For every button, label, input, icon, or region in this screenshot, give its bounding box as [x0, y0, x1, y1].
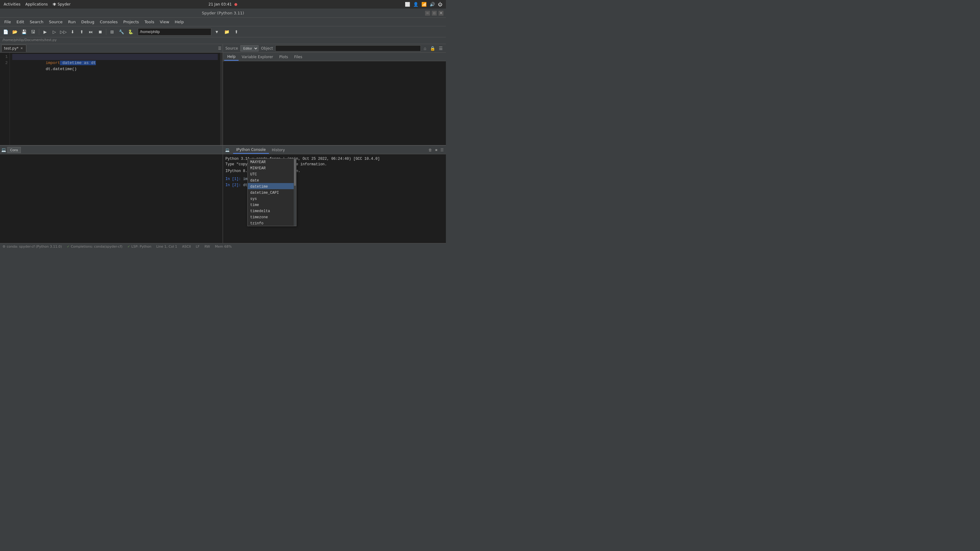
- parent-dir-button[interactable]: ⬆: [232, 27, 241, 36]
- bottom-left-panel: 💻 Cons: [0, 146, 223, 243]
- menu-projects[interactable]: Projects: [121, 19, 141, 25]
- tab-menu-button[interactable]: ☰: [218, 46, 221, 51]
- status-memory: Mem 68%: [215, 245, 232, 249]
- autocomplete-item-timezone[interactable]: timezone: [248, 214, 296, 220]
- tab-history[interactable]: History: [269, 146, 288, 154]
- editor-tab-testpy[interactable]: test.py* ✕: [1, 45, 26, 52]
- preferences-button[interactable]: 🔧: [117, 27, 126, 36]
- menu-run[interactable]: Run: [65, 19, 78, 25]
- object-input[interactable]: [275, 45, 420, 51]
- lock-icon[interactable]: 🔒: [430, 46, 436, 51]
- power-icon[interactable]: ⏻: [438, 2, 442, 7]
- status-position: Line 1, Col 1: [156, 245, 177, 249]
- restore-button[interactable]: □: [432, 11, 437, 16]
- autocomplete-item-tzinfo[interactable]: tzinfo: [248, 220, 296, 226]
- completions-check-icon: ✓: [67, 245, 70, 249]
- system-bar-center: 21 Jan 03:41 ●: [208, 2, 237, 6]
- save-file-button[interactable]: 💾: [20, 27, 28, 36]
- console-panel-tabs: 💻 IPython Console History 🗑 ■ ☰: [223, 146, 446, 154]
- minimize-button[interactable]: ─: [425, 11, 430, 16]
- autocomplete-item-time[interactable]: time: [248, 202, 296, 208]
- editor-area: test.py* ✕ ☰ 1 2 import datetime as dt: [0, 44, 446, 145]
- code-editor[interactable]: 1 2 import datetime as dt dt.datetime(): [0, 52, 223, 145]
- system-bar: Activities Applications 🕷 Spyder 21 Jan …: [0, 0, 446, 9]
- open-file-button[interactable]: 📂: [10, 27, 19, 36]
- autocomplete-item-UTC[interactable]: UTC: [248, 171, 296, 177]
- interrupt-button[interactable]: ■: [434, 148, 438, 152]
- stop-button[interactable]: ⏹: [96, 27, 105, 36]
- autocomplete-item-sys[interactable]: sys: [248, 195, 296, 202]
- status-bar: ⚙ conda: spyder-cf (Python 3.11.0) ✓ Com…: [0, 243, 446, 250]
- autocomplete-scrollbar[interactable]: [294, 159, 296, 226]
- path-input[interactable]: [138, 28, 211, 35]
- console-panel-icon[interactable]: 💻: [1, 148, 6, 152]
- code-content[interactable]: import datetime as dt dt.datetime(): [10, 52, 220, 145]
- console-tab-icons: 💻: [224, 148, 231, 152]
- browse-button[interactable]: 📁: [222, 27, 231, 36]
- prompt-2: In [2]:: [225, 183, 241, 187]
- console-icon-btn[interactable]: 💻: [224, 148, 231, 152]
- fullscreen-icon[interactable]: ⬜: [405, 2, 410, 7]
- toggle-pane-button[interactable]: ⊞: [108, 27, 116, 36]
- close-button[interactable]: ✕: [439, 11, 444, 16]
- cons-button[interactable]: Cons: [7, 147, 21, 153]
- menu-view[interactable]: View: [158, 19, 172, 25]
- console-menu-button[interactable]: ☰: [439, 148, 445, 152]
- menu-file[interactable]: File: [2, 19, 13, 25]
- console-area[interactable]: Python 3.11 y conda-forge | (main, Oct 2…: [223, 154, 446, 243]
- step-button[interactable]: ⬆: [78, 27, 86, 36]
- panel-tabs: Help Variable Explorer Plots Files: [223, 52, 446, 61]
- autocomplete-item-datetime[interactable]: datetime: [248, 183, 296, 189]
- title-bar-controls: ─ □ ✕: [425, 11, 444, 16]
- bottom-left-tab-bar: 💻 Cons: [0, 146, 223, 154]
- status-line-ending: LF: [196, 245, 199, 249]
- menu-help[interactable]: Help: [172, 19, 186, 25]
- autocomplete-item-MINYEAR[interactable]: MINYEAR: [248, 165, 296, 171]
- python-env-button[interactable]: 🐍: [126, 27, 135, 36]
- autocomplete-item-MAXYEAR[interactable]: MAXYEAR: [248, 159, 296, 165]
- status-icon: ⚙: [2, 245, 5, 249]
- status-completions-text: Completions: conda(spyder-cf): [71, 245, 123, 249]
- person-icon[interactable]: 👤: [413, 2, 418, 7]
- clear-console-button[interactable]: 🗑: [428, 148, 433, 152]
- save-all-button[interactable]: 🖫: [29, 27, 37, 36]
- wifi-icon[interactable]: 📶: [422, 2, 426, 7]
- run-button[interactable]: ▶: [41, 27, 49, 36]
- status-encoding: ASCII: [182, 245, 191, 249]
- menu-icon[interactable]: ☰: [438, 46, 444, 51]
- tab-help[interactable]: Help: [224, 53, 239, 60]
- autocomplete-item-timedelta[interactable]: timedelta: [248, 208, 296, 214]
- source-select[interactable]: Editor: [240, 45, 258, 51]
- editor-scrollbar[interactable]: [220, 52, 223, 145]
- tab-ipython-console[interactable]: IPython Console: [233, 146, 269, 154]
- activities-label[interactable]: Activities: [4, 2, 21, 6]
- object-label: Object: [261, 46, 273, 51]
- menu-consoles[interactable]: Consoles: [97, 19, 120, 25]
- path-dropdown-button[interactable]: ▼: [213, 27, 221, 36]
- new-file-button[interactable]: 📄: [1, 27, 10, 36]
- tab-close-button[interactable]: ✕: [20, 46, 24, 50]
- menu-source[interactable]: Source: [46, 19, 65, 25]
- home-icon[interactable]: ⌂: [423, 46, 427, 51]
- autocomplete-item-datetime-CAPI[interactable]: datetime_CAPI: [248, 189, 296, 195]
- debug-button[interactable]: ⬇: [68, 27, 77, 36]
- status-conda: ⚙ conda: spyder-cf (Python 3.11.0): [2, 245, 62, 249]
- menu-debug[interactable]: Debug: [79, 19, 97, 25]
- status-rw: RW: [205, 245, 210, 249]
- tab-variable-explorer[interactable]: Variable Explorer: [239, 53, 276, 60]
- speaker-icon[interactable]: 🔊: [430, 2, 435, 7]
- title-bar: Spyder (Python 3.11) ─ □ ✕: [0, 9, 446, 18]
- applications-label[interactable]: Applications: [25, 2, 48, 6]
- continue-button[interactable]: ⏭: [87, 27, 95, 36]
- tab-files[interactable]: Files: [291, 53, 305, 60]
- menu-tools[interactable]: Tools: [142, 19, 157, 25]
- system-bar-left: Activities Applications 🕷 Spyder: [4, 2, 70, 6]
- code-line-1: import datetime as dt: [12, 54, 218, 60]
- run-cell-button[interactable]: ▷: [50, 27, 59, 36]
- menu-search[interactable]: Search: [27, 19, 46, 25]
- autocomplete-item-date[interactable]: date: [248, 177, 296, 183]
- menu-edit[interactable]: Edit: [14, 19, 27, 25]
- tab-plots[interactable]: Plots: [276, 53, 291, 60]
- run-cell-advance-button[interactable]: ▷▷: [59, 27, 68, 36]
- status-completions: ✓ Completions: conda(spyder-cf): [67, 245, 123, 249]
